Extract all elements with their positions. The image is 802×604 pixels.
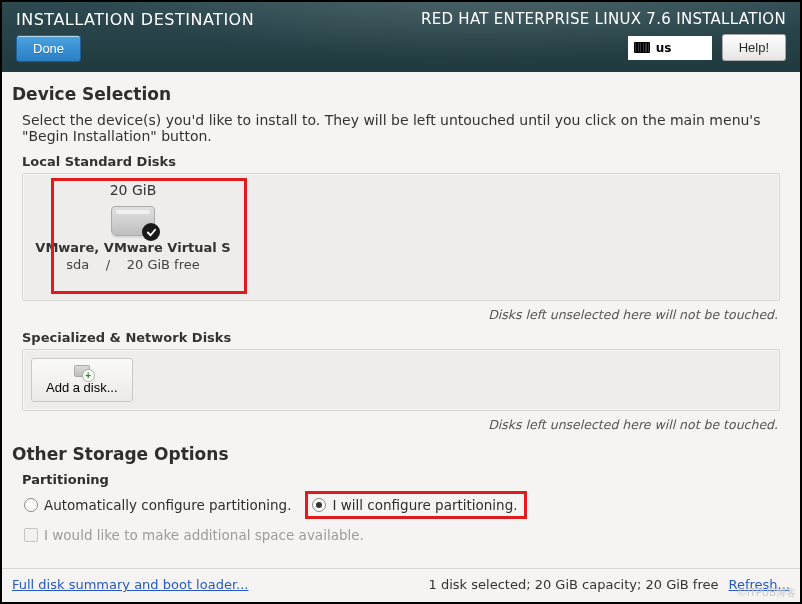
help-button[interactable]: Help! <box>722 34 786 61</box>
local-disks-panel: 20 GiB VMware, VMware Virtual S sda / 20… <box>22 173 780 301</box>
add-disk-button[interactable]: Add a disk... <box>31 358 133 402</box>
radio-auto-label: Automatically configure partitioning. <box>44 497 291 513</box>
radio-manual-label: I will configure partitioning. <box>332 497 517 513</box>
radio-icon <box>24 498 38 512</box>
disk-summary-link[interactable]: Full disk summary and boot loader... <box>12 577 248 592</box>
device-selection-intro: Select the device(s) you'd like to insta… <box>22 112 786 144</box>
installer-title: RED HAT ENTERPRISE LINUX 7.6 INSTALLATIO… <box>421 10 786 28</box>
extra-space-label: I would like to make additional space av… <box>44 527 364 543</box>
device-selection-heading: Device Selection <box>12 84 790 104</box>
harddrive-icon <box>111 206 155 236</box>
selection-status: 1 disk selected; 20 GiB capacity; 20 GiB… <box>429 577 719 592</box>
disk-item[interactable]: 20 GiB VMware, VMware Virtual S sda / 20… <box>33 182 233 272</box>
header-bar: INSTALLATION DESTINATION Done RED HAT EN… <box>2 2 800 72</box>
checkbox-icon <box>24 528 38 542</box>
content-area: Device Selection Select the device(s) yo… <box>2 72 800 568</box>
disk-subinfo: sda / 20 GiB free <box>33 257 233 272</box>
radio-auto-partition[interactable]: Automatically configure partitioning. <box>24 497 291 513</box>
network-disks-panel: Add a disk... <box>22 349 780 411</box>
page-title: INSTALLATION DESTINATION <box>16 10 254 29</box>
add-disk-label: Add a disk... <box>46 380 118 395</box>
disk-size: 20 GiB <box>33 182 233 198</box>
network-disks-label: Specialized & Network Disks <box>22 330 790 345</box>
add-disk-icon <box>74 365 90 377</box>
local-disks-hint: Disks left unselected here will not be t… <box>12 307 778 322</box>
keyboard-icon <box>634 42 650 53</box>
footer-bar: Full disk summary and boot loader... 1 d… <box>2 568 800 602</box>
done-button[interactable]: Done <box>16 35 81 62</box>
keyboard-layout-indicator[interactable]: us <box>628 36 712 60</box>
radio-manual-partition[interactable]: I will configure partitioning. <box>305 491 526 519</box>
local-disks-label: Local Standard Disks <box>22 154 790 169</box>
other-storage-heading: Other Storage Options <box>12 444 790 464</box>
partitioning-label: Partitioning <box>22 472 790 487</box>
disk-name: VMware, VMware Virtual S <box>33 240 233 255</box>
network-disks-hint: Disks left unselected here will not be t… <box>12 417 778 432</box>
checkmark-icon <box>142 223 160 241</box>
radio-icon <box>312 498 326 512</box>
keyboard-layout-text: us <box>656 41 672 55</box>
refresh-link[interactable]: Refresh... <box>729 577 791 592</box>
extra-space-checkbox[interactable]: I would like to make additional space av… <box>24 527 790 543</box>
